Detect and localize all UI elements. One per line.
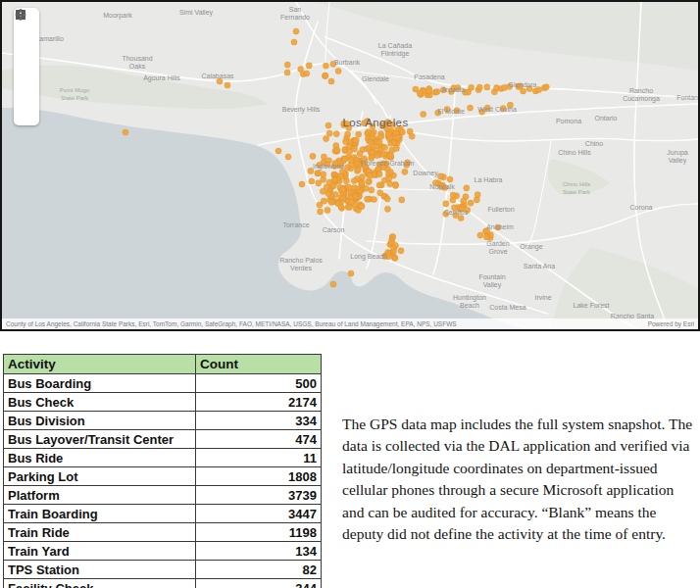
gps-point[interactable] bbox=[386, 175, 392, 181]
gps-point[interactable] bbox=[340, 195, 346, 201]
gps-point[interactable] bbox=[369, 187, 375, 193]
gps-point[interactable] bbox=[338, 204, 344, 210]
gps-point[interactable] bbox=[359, 174, 365, 180]
gps-point[interactable] bbox=[387, 181, 393, 187]
gps-point[interactable] bbox=[477, 232, 483, 238]
gps-point[interactable] bbox=[323, 63, 328, 69]
gps-point[interactable] bbox=[447, 176, 453, 182]
gps-point[interactable] bbox=[328, 78, 334, 84]
gps-point[interactable] bbox=[399, 129, 405, 135]
gps-point[interactable] bbox=[348, 270, 354, 276]
gps-point[interactable] bbox=[376, 139, 382, 145]
gps-point[interactable] bbox=[342, 156, 348, 162]
gps-point[interactable] bbox=[395, 135, 401, 141]
gps-point[interactable] bbox=[387, 170, 393, 175]
gps-point[interactable] bbox=[413, 86, 419, 92]
gps-point[interactable] bbox=[434, 89, 440, 95]
gps-point[interactable] bbox=[352, 193, 358, 199]
gps-point[interactable] bbox=[443, 201, 449, 207]
gps-point[interactable] bbox=[390, 249, 396, 255]
gps-point[interactable] bbox=[450, 192, 456, 198]
gps-point[interactable] bbox=[392, 255, 398, 261]
gps-point[interactable] bbox=[543, 84, 549, 90]
gps-point[interactable] bbox=[476, 84, 482, 90]
gps-point[interactable] bbox=[467, 105, 473, 111]
gps-point[interactable] bbox=[291, 39, 297, 45]
user-icon[interactable] bbox=[15, 104, 38, 122]
gps-point[interactable] bbox=[284, 62, 290, 68]
layer-grid-icon[interactable] bbox=[15, 51, 38, 69]
gps-point[interactable] bbox=[306, 63, 312, 69]
gps-point[interactable] bbox=[437, 173, 443, 179]
gps-point[interactable] bbox=[321, 172, 326, 177]
gps-point[interactable] bbox=[409, 133, 415, 139]
gps-point[interactable] bbox=[368, 139, 374, 145]
gps-point[interactable] bbox=[387, 153, 393, 159]
gps-point[interactable] bbox=[385, 131, 391, 137]
gps-point[interactable] bbox=[353, 137, 359, 143]
gps-point[interactable] bbox=[359, 180, 365, 186]
gps-point[interactable] bbox=[333, 131, 339, 137]
gps-point[interactable] bbox=[367, 172, 373, 178]
gps-point[interactable] bbox=[354, 161, 360, 167]
gps-point[interactable] bbox=[369, 149, 375, 155]
gps-point[interactable] bbox=[469, 84, 475, 90]
gps-point[interactable] bbox=[325, 122, 331, 128]
gps-point[interactable] bbox=[285, 154, 291, 160]
gps-point[interactable] bbox=[399, 197, 405, 203]
gps-point[interactable] bbox=[464, 185, 470, 191]
search-icon[interactable] bbox=[15, 86, 38, 104]
gps-point[interactable] bbox=[334, 147, 340, 153]
extent-icon[interactable] bbox=[15, 69, 38, 86]
gps-point[interactable] bbox=[346, 184, 352, 190]
gps-point[interactable] bbox=[325, 191, 331, 197]
gps-point[interactable] bbox=[357, 151, 363, 157]
gps-point[interactable] bbox=[380, 151, 386, 157]
gps-point[interactable] bbox=[378, 133, 384, 139]
gps-point[interactable] bbox=[461, 198, 467, 204]
gps-point[interactable] bbox=[325, 207, 330, 213]
gps-point[interactable] bbox=[393, 145, 399, 151]
gps-point[interactable] bbox=[304, 71, 310, 76]
gps-point[interactable] bbox=[351, 177, 357, 183]
gps-point[interactable] bbox=[328, 199, 334, 205]
gps-point[interactable] bbox=[331, 177, 337, 183]
gps-point[interactable] bbox=[366, 129, 372, 135]
gps-point[interactable] bbox=[335, 68, 341, 74]
gps-point[interactable] bbox=[377, 190, 383, 196]
gps-point[interactable] bbox=[363, 185, 369, 191]
gps-point[interactable] bbox=[348, 157, 354, 163]
gps-point[interactable] bbox=[402, 169, 408, 174]
gps-point[interactable] bbox=[339, 186, 345, 192]
gps-point[interactable] bbox=[330, 183, 336, 189]
gps-point[interactable] bbox=[343, 178, 349, 184]
gps-point[interactable] bbox=[347, 204, 353, 210]
gps-point[interactable] bbox=[299, 181, 305, 187]
gps-point[interactable] bbox=[398, 248, 404, 254]
gps-point[interactable] bbox=[359, 204, 365, 210]
gps-point[interactable] bbox=[345, 131, 351, 137]
gps-point[interactable] bbox=[284, 70, 290, 75]
gps-point[interactable] bbox=[421, 111, 426, 117]
gps-point[interactable] bbox=[225, 82, 230, 88]
gps-point[interactable] bbox=[318, 209, 324, 215]
gps-point[interactable] bbox=[376, 182, 382, 188]
gps-point[interactable] bbox=[330, 281, 336, 287]
gps-point[interactable] bbox=[293, 28, 299, 34]
gps-point[interactable] bbox=[366, 179, 372, 185]
map-canvas[interactable]: CamarilloMoorparkSimi ValleySanFernandoT… bbox=[2, 2, 698, 329]
gps-point[interactable] bbox=[392, 182, 398, 188]
gps-point[interactable] bbox=[475, 192, 480, 198]
gps-point[interactable] bbox=[384, 196, 390, 202]
gps-point[interactable] bbox=[326, 130, 332, 136]
gps-point[interactable] bbox=[309, 178, 315, 184]
gps-point[interactable] bbox=[468, 200, 474, 206]
gps-point[interactable] bbox=[365, 196, 371, 202]
gps-point[interactable] bbox=[536, 87, 542, 93]
gps-point[interactable] bbox=[484, 84, 490, 90]
gps-point[interactable] bbox=[324, 184, 329, 190]
gps-map-widget[interactable]: CamarilloMoorparkSimi ValleySanFernandoT… bbox=[0, 0, 700, 331]
gps-point[interactable] bbox=[323, 73, 328, 78]
gps-point[interactable] bbox=[351, 146, 357, 152]
gps-point[interactable] bbox=[384, 206, 390, 212]
